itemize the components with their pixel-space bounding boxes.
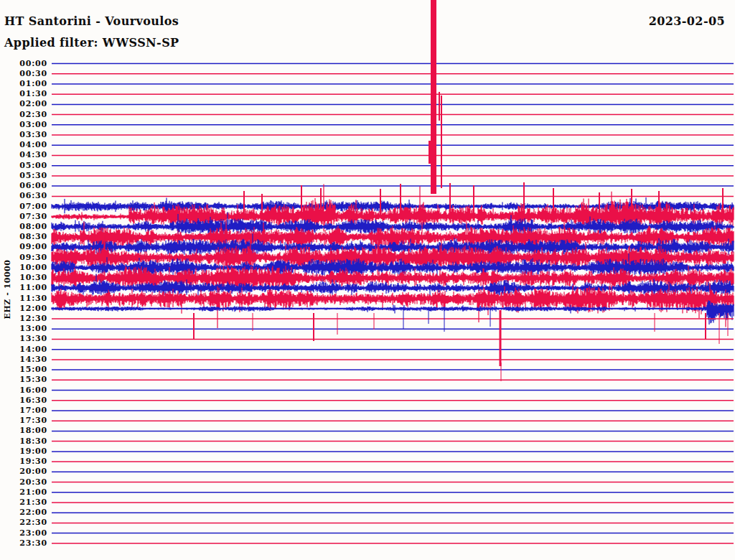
seismogram-plot <box>0 0 735 560</box>
helicorder-screen: HT Santorini - Vourvoulos 2023-02-05 App… <box>0 0 735 560</box>
